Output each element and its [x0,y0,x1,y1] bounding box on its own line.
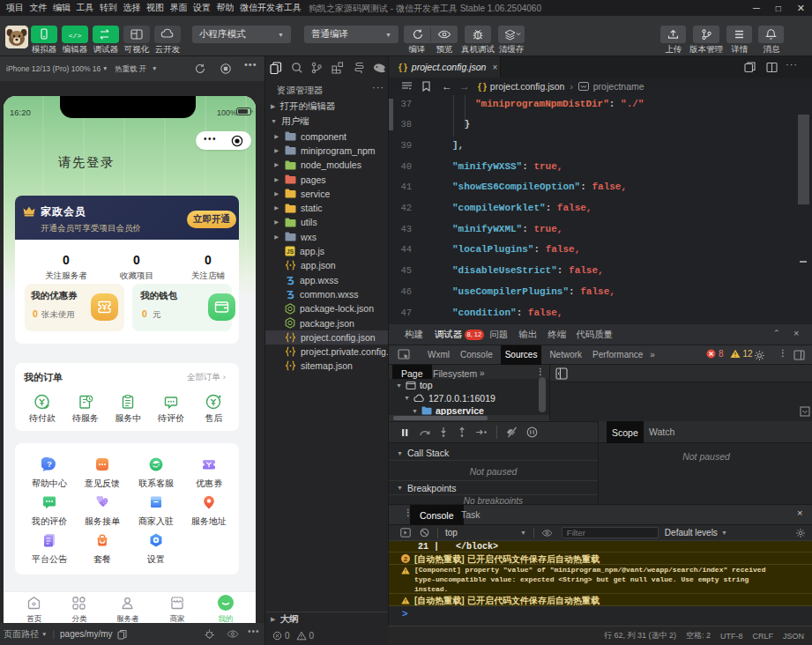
svg-text:JS: JS [287,248,294,255]
svg-text:</>: </> [69,32,82,40]
svg-text:?: ? [47,460,52,469]
